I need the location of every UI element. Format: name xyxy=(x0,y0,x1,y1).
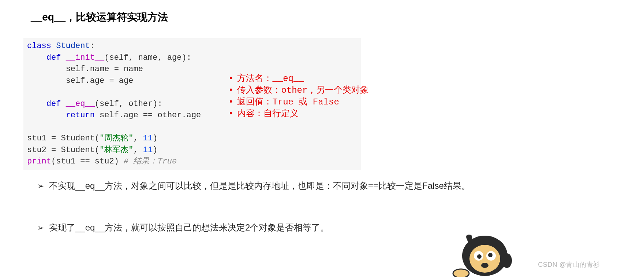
kw-return: return xyxy=(66,111,95,120)
title: __eq__，比较运算符实现方法 xyxy=(31,10,622,24)
kw-class: class xyxy=(27,41,51,51)
red-bullet-list: •方法名：__eq__ •传入参数：other，另一个类对象 •返回值：True… xyxy=(228,73,369,120)
note-2-text: 实现了__eq__方法，就可以按照自己的想法来决定2个对象是否相等了。 xyxy=(49,222,329,233)
bullet-1: •方法名：__eq__ xyxy=(228,73,369,85)
bullet-2: •传入参数：other，另一个类对象 xyxy=(228,85,369,96)
stu1-b: , xyxy=(133,134,143,143)
stu2-a: stu2 = Student( xyxy=(27,145,100,155)
indent xyxy=(27,76,66,85)
watermark-text: CSDN @青山的青衫 xyxy=(538,260,600,269)
stu1-a: stu1 = Student( xyxy=(27,134,100,143)
stu1-c: ) xyxy=(153,134,157,143)
bullet-dot-icon: • xyxy=(228,108,233,120)
arrow-icon: ➢ xyxy=(37,181,44,191)
fn-init: __init__ xyxy=(66,53,105,62)
bullet-3: •返回值：True 或 False xyxy=(228,96,369,108)
svg-point-7 xyxy=(502,253,512,268)
print-fn: print xyxy=(27,157,51,166)
stmt-age-assign: self.age = age xyxy=(66,76,134,85)
class-name: Student xyxy=(56,41,90,51)
stu2-b: , xyxy=(133,145,143,155)
note-2: ➢ 实现了__eq__方法，就可以按照自己的想法来决定2个对象是否相等了。 xyxy=(37,222,622,233)
svg-point-4 xyxy=(477,254,482,259)
stu2-num: 11 xyxy=(143,145,153,155)
stu2-str: "林军杰" xyxy=(100,145,133,155)
bullet-dot-icon: • xyxy=(228,73,233,85)
svg-point-1 xyxy=(469,245,500,273)
colon: : xyxy=(90,41,95,51)
return-expr: self.age == other.age xyxy=(95,111,201,120)
mascot-icon xyxy=(450,222,512,277)
kw-def: def xyxy=(46,99,61,108)
bullet-2-text: 传入参数：other，另一个类对象 xyxy=(237,85,369,96)
indent xyxy=(27,65,66,74)
note-1: ➢ 不实现__eq__方法，对象之间可以比较，但是是比较内存地址，也即是：不同对… xyxy=(37,180,622,192)
bullet-3-text: 返回值：True 或 False xyxy=(237,96,339,108)
kw-def: def xyxy=(46,53,61,62)
comment: # 结果：True xyxy=(124,157,177,166)
bullet-4-text: 内容：自行定义 xyxy=(237,108,299,120)
arrow-icon: ➢ xyxy=(37,223,44,233)
indent xyxy=(27,99,46,108)
eq-sig: (self, other): xyxy=(95,99,162,108)
svg-point-5 xyxy=(488,253,493,257)
bullet-4: •内容：自行定义 xyxy=(228,108,369,120)
indent xyxy=(27,53,46,62)
bullet-1-text: 方法名：__eq__ xyxy=(237,73,304,85)
code-area: class Student: def __init__(self, name, … xyxy=(23,38,622,170)
stu2-c: ) xyxy=(153,145,157,155)
stu1-num: 11 xyxy=(143,134,153,143)
stmt-name-assign: self.name = name xyxy=(66,65,143,74)
init-sig: (self, name, age): xyxy=(104,53,191,62)
print-args: (stu1 == stu2) xyxy=(51,157,124,166)
notes: ➢ 不实现__eq__方法，对象之间可以比较，但是是比较内存地址，也即是：不同对… xyxy=(31,180,622,233)
bullet-dot-icon: • xyxy=(228,85,233,96)
note-1-text: 不实现__eq__方法，对象之间可以比较，但是是比较内存地址，也即是：不同对象=… xyxy=(49,180,470,192)
fn-eq: __eq__ xyxy=(66,99,95,108)
indent xyxy=(27,111,66,120)
stu1-str: "周杰轮" xyxy=(100,134,133,143)
svg-point-8 xyxy=(453,269,469,277)
svg-point-6 xyxy=(481,263,488,268)
bullet-dot-icon: • xyxy=(228,96,233,108)
